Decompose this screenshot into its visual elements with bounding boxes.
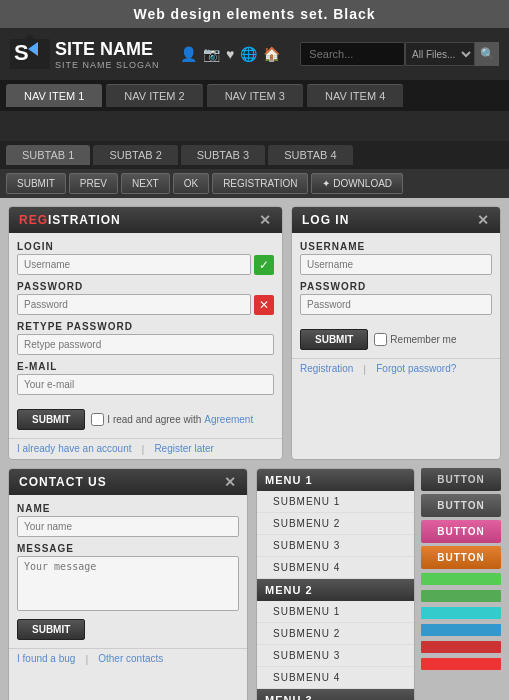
password-field-row: ✕	[17, 294, 274, 315]
email-label: E-MAIL	[17, 361, 274, 372]
login-form: LOG IN ✕ USERNAME PASSWORD SUBMIT Rememb…	[291, 206, 501, 460]
second-nav: SUBTAB 1 SUBTAB 2 SUBTAB 3 SUBTAB 4	[0, 141, 509, 169]
logo-icon: S	[10, 34, 50, 74]
contact-form-body: NAME MESSAGE SUBMIT	[9, 495, 247, 648]
login-password-group: PASSWORD	[300, 281, 492, 315]
agreement-link[interactable]: Agreement	[204, 414, 253, 425]
heart-icon[interactable]: ♥	[226, 46, 234, 62]
password-label: PASSWORD	[17, 281, 274, 292]
menu2-item-1[interactable]: SUBMENU 1	[257, 601, 414, 623]
registration-form-header: REGISTRATION ✕	[9, 207, 282, 233]
agree-checkbox[interactable]	[91, 413, 104, 426]
forms-row: REGISTRATION ✕ LOGIN ✓ PASSWORD ✕	[8, 206, 501, 460]
menu2-item-4[interactable]: SUBMENU 4	[257, 667, 414, 689]
contact-message-input[interactable]	[17, 556, 239, 611]
email-input[interactable]	[17, 374, 274, 395]
svg-text:S: S	[14, 40, 29, 65]
ui-button-4[interactable]: BUTTON	[421, 546, 501, 569]
registration-button[interactable]: REGISTRATION	[212, 173, 308, 194]
other-contacts-link[interactable]: Other contacts	[98, 653, 163, 665]
contact-form-links: I found a bug | Other contacts	[9, 648, 247, 669]
login-field-group: LOGIN ✓	[17, 241, 274, 275]
main-content: REGISTRATION ✕ LOGIN ✓ PASSWORD ✕	[0, 198, 509, 700]
site-name: SITE NAME	[55, 39, 160, 60]
registration-close-button[interactable]: ✕	[259, 212, 272, 228]
action-row: SUBMIT PREV NEXT OK REGISTRATION ✦ DOWNL…	[0, 169, 509, 198]
search-input[interactable]	[300, 42, 405, 66]
ui-button-3[interactable]: BUTTON	[421, 520, 501, 543]
menu2-item-2[interactable]: SUBMENU 2	[257, 623, 414, 645]
login-field-row: ✓	[17, 254, 274, 275]
password-input[interactable]	[17, 294, 251, 315]
ui-button-1[interactable]: BUTTON	[421, 468, 501, 491]
site-slogan: SITE NAME SLOGAN	[55, 60, 160, 70]
search-filter[interactable]: All Files...	[405, 42, 475, 66]
bar-green-1	[421, 573, 501, 585]
retype-field-group: RETYPE PASSWORD	[17, 321, 274, 355]
retype-input[interactable]	[17, 334, 274, 355]
registration-submit-button[interactable]: SUBMIT	[17, 409, 85, 430]
reg-title-highlight: REG	[19, 213, 48, 227]
bar-green-2	[421, 590, 501, 602]
login-password-input[interactable]	[300, 294, 492, 315]
contact-form: CONTACT US ✕ NAME MESSAGE SUBMIT I found…	[8, 468, 248, 700]
retype-label: RETYPE PASSWORD	[17, 321, 274, 332]
nav-tab-1[interactable]: NAV ITEM 1	[6, 84, 102, 107]
menu3-header: MENU 3	[257, 689, 414, 700]
remember-me-checkbox[interactable]	[374, 333, 387, 346]
login-username-input[interactable]	[300, 254, 492, 275]
menu2-item-3[interactable]: SUBMENU 3	[257, 645, 414, 667]
contact-link-separator: |	[85, 653, 88, 665]
forgot-password-link[interactable]: Forgot password?	[376, 363, 456, 375]
login-form-footer: SUBMIT Remember me	[292, 329, 500, 358]
have-account-link[interactable]: I already have an account	[17, 443, 132, 455]
login-input[interactable]	[17, 254, 251, 275]
nav-tab-4[interactable]: NAV ITEM 4	[307, 84, 403, 107]
bar-cyan-2	[421, 624, 501, 636]
next-button[interactable]: NEXT	[121, 173, 170, 194]
contact-message-label: MESSAGE	[17, 543, 239, 554]
menu1-item-2[interactable]: SUBMENU 2	[257, 513, 414, 535]
contact-close-button[interactable]: ✕	[224, 474, 237, 490]
registration-link[interactable]: Registration	[300, 363, 353, 375]
menu1-item-3[interactable]: SUBMENU 3	[257, 535, 414, 557]
registration-title: REGISTRATION	[19, 213, 121, 227]
login-close-button[interactable]: ✕	[477, 212, 490, 228]
login-form-header: LOG IN ✕	[292, 207, 500, 233]
search-button[interactable]: 🔍	[475, 42, 499, 66]
bug-report-link[interactable]: I found a bug	[17, 653, 75, 665]
ui-button-2[interactable]: BUTTON	[421, 494, 501, 517]
contact-name-input[interactable]	[17, 516, 239, 537]
submit-button[interactable]: SUBMIT	[6, 173, 66, 194]
second-tab-3[interactable]: SUBTAB 3	[181, 145, 265, 165]
prev-button[interactable]: PREV	[69, 173, 118, 194]
second-tab-2[interactable]: SUBTAB 2	[93, 145, 177, 165]
password-error-icon: ✕	[254, 295, 274, 315]
registration-form-footer: SUBMIT I read and agree with Agreement	[9, 409, 282, 438]
register-later-link[interactable]: Register later	[154, 443, 213, 455]
second-tab-1[interactable]: SUBTAB 1	[6, 145, 90, 165]
menu1-item-4[interactable]: SUBMENU 4	[257, 557, 414, 579]
login-submit-button[interactable]: SUBMIT	[300, 329, 368, 350]
login-title: LOG IN	[302, 213, 349, 227]
nav-bar: NAV ITEM 1 NAV ITEM 2 NAV ITEM 3 NAV ITE…	[0, 80, 509, 111]
download-button[interactable]: ✦ DOWNLOAD	[311, 173, 403, 194]
bar-cyan-1	[421, 607, 501, 619]
nav-tab-2[interactable]: NAV ITEM 2	[106, 84, 202, 107]
home-icon[interactable]: 🏠	[263, 46, 280, 62]
link-separator: |	[142, 443, 145, 455]
sub-nav-area	[0, 111, 509, 141]
nav-tab-3[interactable]: NAV ITEM 3	[207, 84, 303, 107]
agree-checkbox-label: I read and agree with Agreement	[91, 413, 253, 426]
login-link-separator: |	[363, 363, 366, 375]
contact-title: CONTACT US	[19, 475, 107, 489]
ok-button[interactable]: OK	[173, 173, 209, 194]
menu1-item-1[interactable]: SUBMENU 1	[257, 491, 414, 513]
user-icon[interactable]: 👤	[180, 46, 197, 62]
globe-icon[interactable]: 🌐	[240, 46, 257, 62]
camera-icon[interactable]: 📷	[203, 46, 220, 62]
contact-submit-button[interactable]: SUBMIT	[17, 619, 85, 640]
login-username-label: USERNAME	[300, 241, 492, 252]
second-tab-4[interactable]: SUBTAB 4	[268, 145, 352, 165]
bar-red-1	[421, 641, 501, 653]
